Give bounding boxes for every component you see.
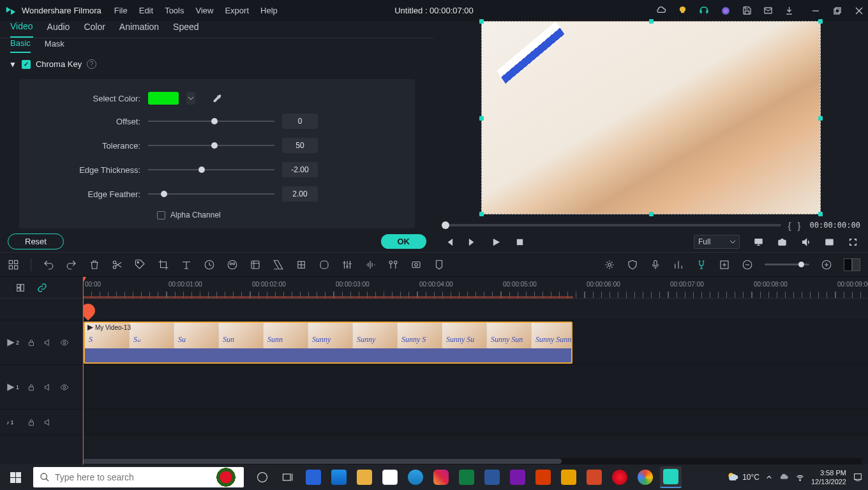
- video-clip[interactable]: My Video-13: [84, 322, 572, 364]
- collapse-icon[interactable]: ▼: [9, 60, 17, 69]
- weather-widget[interactable]: 10°C: [726, 471, 760, 484]
- crop-icon[interactable]: [158, 259, 169, 271]
- taskbar-app[interactable]: [583, 466, 605, 488]
- taskbar-app[interactable]: [430, 466, 452, 488]
- effects-icon[interactable]: [250, 259, 261, 271]
- mixer-icon[interactable]: [387, 259, 399, 271]
- speed-icon[interactable]: [204, 259, 215, 271]
- track-lane-v1[interactable]: [83, 365, 868, 410]
- tag-icon[interactable]: [135, 259, 146, 271]
- tab-video[interactable]: Video: [10, 21, 33, 38]
- wifi-icon[interactable]: [795, 473, 805, 482]
- mark-in-icon[interactable]: {: [788, 220, 791, 231]
- save-icon[interactable]: [742, 6, 752, 15]
- track-header-v2[interactable]: 2: [0, 320, 82, 365]
- keyframe-icon[interactable]: [296, 259, 307, 271]
- edge-feather-slider[interactable]: [148, 189, 274, 199]
- marker-band[interactable]: [83, 299, 868, 320]
- headphones-icon[interactable]: [699, 6, 709, 16]
- cloud-icon[interactable]: [655, 5, 666, 16]
- timeline-marker[interactable]: [83, 301, 98, 320]
- resize-handle[interactable]: [818, 116, 823, 121]
- tolerance-value[interactable]: 50: [282, 138, 318, 153]
- track-header-a1[interactable]: ♪1: [0, 410, 82, 435]
- snapshot-icon[interactable]: [777, 237, 787, 247]
- onedrive-tray-icon[interactable]: [779, 472, 789, 482]
- track-header-v1[interactable]: 1: [0, 365, 82, 410]
- stop-icon[interactable]: [515, 237, 525, 247]
- menu-file[interactable]: File: [114, 6, 128, 15]
- adjust-icon[interactable]: [341, 259, 353, 271]
- render-icon[interactable]: [604, 259, 615, 271]
- tray-expand-icon[interactable]: [766, 474, 772, 480]
- video-frame[interactable]: [481, 21, 821, 214]
- chroma-key-header[interactable]: ▼ Chroma Key ?: [0, 53, 434, 75]
- taskbar-app[interactable]: [507, 466, 528, 488]
- redo-icon[interactable]: [66, 259, 77, 271]
- menu-edit[interactable]: Edit: [139, 6, 153, 15]
- offset-value[interactable]: 0: [282, 114, 318, 129]
- transition-icon[interactable]: [273, 259, 284, 271]
- volume-icon[interactable]: [801, 237, 811, 247]
- help-icon[interactable]: ?: [87, 59, 96, 69]
- mark-out-icon[interactable]: }: [798, 220, 801, 231]
- fullscreen-icon[interactable]: [848, 237, 858, 247]
- tab-color[interactable]: Color: [84, 22, 105, 37]
- resize-handle[interactable]: [649, 19, 654, 24]
- taskbar-app[interactable]: [328, 466, 350, 488]
- mute-icon[interactable]: [43, 383, 52, 392]
- delete-icon[interactable]: [89, 259, 100, 271]
- menu-view[interactable]: View: [195, 6, 213, 15]
- record-icon[interactable]: [410, 259, 422, 271]
- taskbar-clock[interactable]: 3:58 PM 12/13/2022: [811, 468, 846, 486]
- eyedropper-icon[interactable]: [212, 93, 222, 103]
- resize-handle[interactable]: [479, 19, 484, 24]
- menu-tools[interactable]: Tools: [165, 6, 184, 15]
- edge-thickness-value[interactable]: -2.00: [282, 162, 318, 177]
- split-icon[interactable]: [112, 259, 123, 271]
- track-lane-v2[interactable]: My Video-13: [83, 320, 868, 365]
- lock-icon[interactable]: [27, 418, 36, 427]
- link-icon[interactable]: [37, 283, 47, 293]
- text-icon[interactable]: [181, 259, 192, 271]
- eye-icon[interactable]: [60, 383, 69, 392]
- download-icon[interactable]: [784, 6, 794, 15]
- minimize-icon[interactable]: [812, 7, 819, 15]
- tab-animation[interactable]: Animation: [119, 22, 159, 37]
- prev-frame-icon[interactable]: [444, 237, 454, 247]
- view-toggle[interactable]: [844, 258, 860, 271]
- cortana-icon[interactable]: [251, 466, 273, 488]
- taskbar-app[interactable]: [481, 466, 503, 488]
- shield-icon[interactable]: [627, 259, 638, 271]
- taskbar-search[interactable]: [33, 467, 244, 487]
- audio-icon[interactable]: [364, 259, 376, 271]
- search-input[interactable]: [55, 472, 237, 482]
- mute-icon[interactable]: [43, 418, 52, 427]
- maximize-icon[interactable]: [834, 7, 841, 15]
- snap-icon[interactable]: [696, 259, 707, 271]
- tl-tool-icon[interactable]: [15, 283, 26, 293]
- pip-icon[interactable]: [825, 237, 834, 247]
- seek-slider[interactable]: [442, 224, 781, 226]
- resize-handle[interactable]: [479, 212, 484, 216]
- tolerance-slider[interactable]: [148, 140, 274, 151]
- taskbar-app[interactable]: [634, 466, 656, 488]
- zoom-out-icon[interactable]: [742, 259, 753, 271]
- track-lane-a1[interactable]: [83, 410, 868, 435]
- taskbar-app[interactable]: [405, 466, 426, 488]
- task-view-icon[interactable]: [277, 466, 299, 488]
- monitor-icon[interactable]: [754, 237, 763, 247]
- edge-thickness-slider[interactable]: [148, 165, 274, 175]
- taskbar-app[interactable]: [532, 466, 554, 488]
- start-button[interactable]: [0, 464, 31, 490]
- alpha-channel-checkbox[interactable]: [157, 211, 165, 219]
- reset-button[interactable]: Reset: [8, 234, 64, 249]
- undo-icon[interactable]: [43, 259, 54, 271]
- resize-handle[interactable]: [818, 19, 823, 24]
- color2-icon[interactable]: [227, 259, 238, 271]
- lock-icon[interactable]: [27, 338, 36, 347]
- taskbar-app[interactable]: [558, 466, 580, 488]
- levels-icon[interactable]: [673, 259, 684, 271]
- taskbar-app-filmora[interactable]: [660, 466, 682, 488]
- tab-mask[interactable]: Mask: [45, 39, 64, 52]
